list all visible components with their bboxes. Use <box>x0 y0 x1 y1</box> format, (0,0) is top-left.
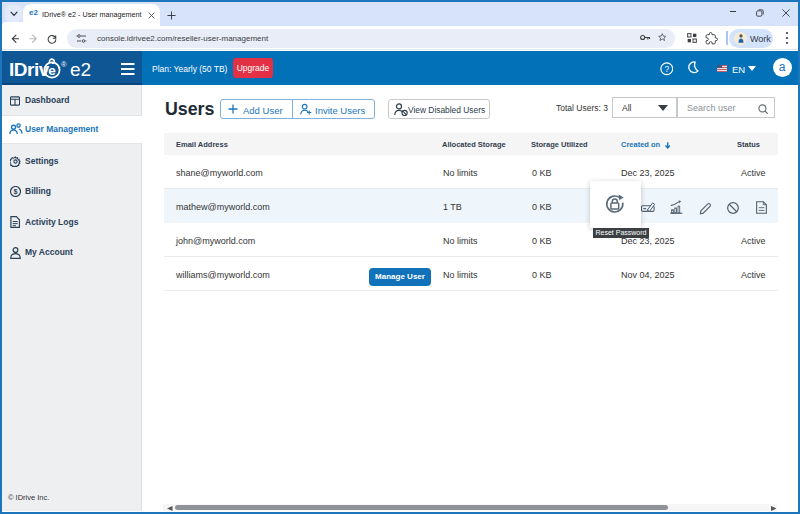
svg-text:$: $ <box>13 187 17 196</box>
svg-text:e: e <box>48 62 56 77</box>
svg-text:?: ? <box>664 64 669 74</box>
